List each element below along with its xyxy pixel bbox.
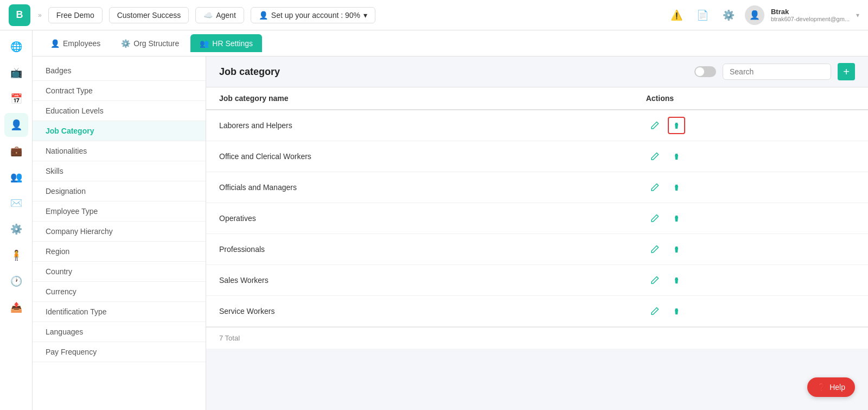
delete-icon[interactable] [668, 117, 685, 134]
user-chevron-icon[interactable]: ▾ [856, 11, 859, 19]
nav-item-job-category[interactable]: Job Category [33, 121, 206, 141]
add-button[interactable]: + [838, 63, 855, 80]
left-sidebar: 🌐 📺 📅 👤 💼 👥 ✉️ ⚙️ 🧍 🕐 📤 [0, 30, 33, 410]
nav-item-badges[interactable]: Badges [33, 61, 206, 81]
toggle-switch[interactable] [694, 66, 716, 77]
tab-hr-label: HR Settings [212, 39, 253, 48]
gear-icon[interactable]: ⚙️ [719, 5, 738, 25]
sidebar-mail-icon[interactable]: ✉️ [4, 191, 28, 215]
total-count: 7 Total [206, 327, 868, 349]
sidebar-group-icon[interactable]: 👥 [4, 165, 28, 189]
main-area: 👤 Employees ⚙️ Org Structure 👥 HR Settin… [33, 30, 868, 410]
edit-icon[interactable] [646, 272, 663, 289]
tab-org-structure[interactable]: ⚙️ Org Structure [112, 34, 188, 52]
action-icons [646, 179, 855, 196]
search-input[interactable] [723, 64, 831, 80]
edit-icon[interactable] [646, 210, 663, 227]
action-icons [646, 302, 855, 320]
table-container: Job category name Actions Laborers and H… [206, 87, 868, 410]
main-content: Job category + Job category name Actions… [206, 56, 868, 410]
nav-item-nationalities[interactable]: Nationalities [33, 141, 206, 161]
nav-item-region[interactable]: Region [33, 242, 206, 262]
delete-icon[interactable] [668, 302, 685, 320]
row-actions [633, 265, 868, 296]
customer-success-label: Customer Success [117, 11, 181, 20]
row-actions [633, 110, 868, 141]
content-area: Badges Contract Type Education Levels Jo… [33, 56, 868, 410]
nav-item-pay-frequency[interactable]: Pay Frequency [33, 342, 206, 362]
nav-item-employee-type[interactable]: Employee Type [33, 201, 206, 222]
row-name: Officials and Managers [206, 172, 633, 203]
user-email: btrak607-development@gm... [771, 16, 850, 22]
nav-item-identification-type[interactable]: Identification Type [33, 302, 206, 322]
sidebar-settings-icon[interactable]: ⚙️ [4, 217, 28, 241]
sidebar-tv-icon[interactable]: 📺 [4, 61, 28, 85]
table-row: Office and Clerical Workers [206, 141, 868, 172]
left-nav: Badges Contract Type Education Levels Jo… [33, 56, 206, 410]
sidebar-send-icon[interactable]: 📤 [4, 295, 28, 319]
nav-item-education-levels[interactable]: Education Levels [33, 101, 206, 121]
row-name: Office and Clerical Workers [206, 141, 633, 172]
action-icons [646, 241, 855, 258]
row-name: Service Workers [206, 296, 633, 327]
tab-employees-label: Employees [63, 39, 100, 48]
table-row: Operatives [206, 203, 868, 234]
sidebar-person-icon[interactable]: 🧍 [4, 243, 28, 267]
tab-employees[interactable]: 👤 Employees [41, 34, 110, 52]
nav-chevron: » [38, 11, 42, 19]
action-icons [646, 148, 855, 165]
nav-item-country[interactable]: Country [33, 262, 206, 282]
row-name: Operatives [206, 203, 633, 234]
agent-label: Agent [216, 11, 236, 20]
sidebar-user-icon[interactable]: 👤 [4, 113, 28, 137]
tab-hr-icon: 👥 [200, 39, 209, 48]
col-actions-header: Actions [633, 87, 868, 110]
edit-icon[interactable] [646, 241, 663, 258]
table-row: Professionals [206, 234, 868, 265]
col-name-header: Job category name [206, 87, 633, 110]
setup-icon: 👤 [259, 11, 268, 20]
row-actions [633, 234, 868, 265]
sidebar-calendar-icon[interactable]: 📅 [4, 87, 28, 111]
tab-org-icon: ⚙️ [121, 39, 130, 48]
row-name: Laborers and Helpers [206, 110, 633, 141]
alert-icon[interactable]: ⚠️ [667, 5, 686, 25]
nav-item-designation[interactable]: Designation [33, 181, 206, 201]
tab-hr-settings[interactable]: 👥 HR Settings [190, 34, 262, 52]
nav-item-contract-type[interactable]: Contract Type [33, 81, 206, 101]
edit-icon[interactable] [646, 148, 663, 165]
delete-icon[interactable] [668, 148, 685, 165]
user-name: Btrak [771, 8, 850, 16]
row-actions [633, 296, 868, 327]
nav-item-skills[interactable]: Skills [33, 161, 206, 181]
help-button[interactable]: ❓ Help [807, 377, 855, 397]
edit-icon[interactable] [646, 179, 663, 196]
edit-icon[interactable] [646, 302, 663, 320]
sidebar-clock-icon[interactable]: 🕐 [4, 269, 28, 293]
avatar[interactable]: 👤 [745, 5, 764, 25]
delete-icon[interactable] [668, 179, 685, 196]
setup-chevron-icon: ▾ [363, 11, 367, 20]
page-title: Job category [219, 66, 688, 78]
delete-icon[interactable] [668, 272, 685, 289]
customer-success-button[interactable]: Customer Success [109, 7, 189, 23]
tab-bar: 👤 Employees ⚙️ Org Structure 👥 HR Settin… [33, 30, 868, 56]
app-logo[interactable]: B [9, 4, 30, 26]
free-demo-button[interactable]: Free Demo [48, 7, 103, 23]
row-name: Professionals [206, 234, 633, 265]
help-label: Help [829, 383, 845, 392]
nav-item-languages[interactable]: Languages [33, 322, 206, 342]
row-actions [633, 141, 868, 172]
delete-icon[interactable] [668, 241, 685, 258]
nav-item-currency[interactable]: Currency [33, 282, 206, 302]
row-actions [633, 172, 868, 203]
nav-item-company-hierarchy[interactable]: Company Hierarchy [33, 222, 206, 242]
setup-button[interactable]: 👤 Set up your account : 90% ▾ [251, 7, 375, 23]
help-icon: ❓ [817, 383, 826, 392]
agent-button[interactable]: ☁️ Agent [195, 7, 244, 23]
sidebar-briefcase-icon[interactable]: 💼 [4, 139, 28, 163]
delete-icon[interactable] [668, 210, 685, 227]
document-icon[interactable]: 📄 [693, 5, 712, 25]
sidebar-globe-icon[interactable]: 🌐 [4, 35, 28, 59]
edit-icon[interactable] [646, 117, 663, 134]
